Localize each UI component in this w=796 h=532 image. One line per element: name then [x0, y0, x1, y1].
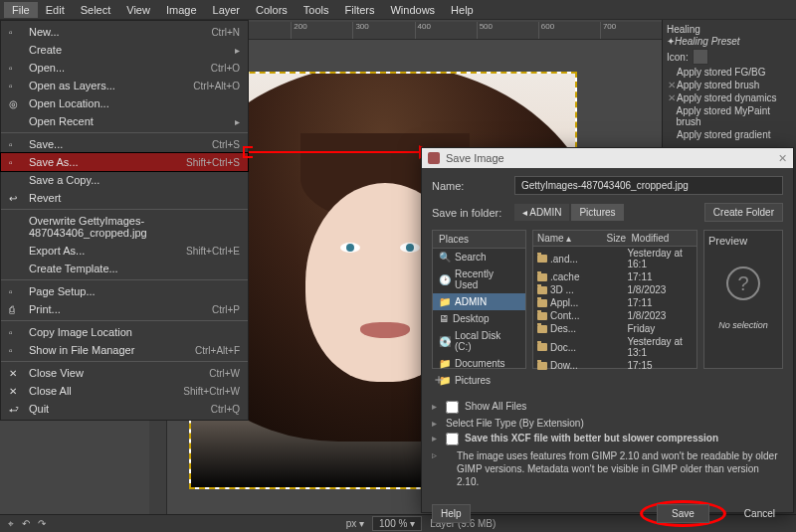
- place-search[interactable]: 🔍Search: [433, 249, 525, 266]
- file-row[interactable]: Cont...1/8/2023: [533, 309, 696, 322]
- expand-icon[interactable]: ▸: [432, 433, 440, 443]
- annotation-arrow: [249, 151, 426, 153]
- option-row[interactable]: ✕Apply stored dynamics: [667, 91, 792, 104]
- menuitem-save[interactable]: ▫Save...Ctrl+S: [1, 135, 248, 153]
- menuitem-quit[interactable]: ⮐QuitCtrl+Q: [1, 400, 248, 418]
- menu-colors[interactable]: Colors: [248, 2, 296, 18]
- no-selection-label: No selection: [718, 320, 768, 330]
- file-menu: ▫New...Ctrl+NCreate▸▫Open...Ctrl+O▫Open …: [0, 20, 249, 421]
- menuitem-open-location[interactable]: ◎Open Location...: [1, 94, 248, 112]
- place-pictures[interactable]: 📁Pictures: [433, 372, 525, 389]
- help-button[interactable]: Help: [432, 504, 471, 523]
- place-admin[interactable]: 📁ADMIN: [433, 293, 525, 310]
- menuitem-print[interactable]: ⎙Print...Ctrl+P: [1, 300, 248, 318]
- menuitem-export-as[interactable]: Export As...Shift+Ctrl+E: [1, 242, 248, 260]
- show-all-checkbox[interactable]: [446, 401, 459, 414]
- menuitem-copy-image-location[interactable]: ▫Copy Image Location: [1, 323, 248, 341]
- menuitem-open-recent[interactable]: Open Recent▸: [1, 112, 248, 130]
- menu-select[interactable]: Select: [73, 2, 119, 18]
- pointer-icon: ⌖: [8, 518, 14, 530]
- menu-layer[interactable]: Layer: [205, 2, 249, 18]
- menuitem-new[interactable]: ▫New...Ctrl+N: [1, 23, 248, 41]
- menuitem-close-all[interactable]: ✕Close AllShift+Ctrl+W: [1, 382, 248, 400]
- file-row[interactable]: Des...Friday: [533, 322, 696, 335]
- icon-label: Icon:: [667, 52, 689, 63]
- icon-swatch[interactable]: [693, 49, 708, 65]
- menuitem-show-in-file-manager[interactable]: ▫Show in File ManagerCtrl+Alt+F: [1, 341, 248, 359]
- menu-filters[interactable]: Filters: [337, 2, 383, 18]
- menu-help[interactable]: Help: [443, 2, 482, 18]
- menuitem-revert[interactable]: ↩Revert: [1, 189, 248, 207]
- add-place-button[interactable]: ＋: [432, 371, 446, 389]
- undo-icon[interactable]: ↶: [22, 518, 30, 529]
- unit-selector[interactable]: px ▾: [346, 518, 364, 529]
- file-row[interactable]: .and...Yesterday at 16:1: [533, 247, 696, 270]
- place-recently-used[interactable]: 🕑Recently Used: [433, 266, 525, 293]
- menuitem-close-view[interactable]: ✕Close ViewCtrl+W: [1, 364, 248, 382]
- remove-place-button[interactable]: －: [452, 371, 466, 389]
- zoom-selector[interactable]: 100 % ▾: [372, 516, 422, 531]
- breadcrumb[interactable]: ◂ ADMINPictures: [514, 204, 624, 221]
- col-size[interactable]: Size: [603, 231, 628, 246]
- create-folder-button[interactable]: Create Folder: [704, 203, 783, 222]
- wand-icon: ✦: [667, 36, 675, 47]
- annotation-circle: Save: [640, 500, 726, 527]
- file-row[interactable]: Dow...17:15: [533, 359, 696, 372]
- folder-label: Save in folder:: [432, 207, 506, 219]
- file-row[interactable]: Doc...Yesterday at 13:1: [533, 335, 696, 359]
- xcf-compression-checkbox[interactable]: [446, 433, 459, 445]
- option-row[interactable]: ✕Apply stored brush: [667, 79, 792, 91]
- save-button[interactable]: Save: [657, 504, 709, 523]
- menuitem-page-setup[interactable]: ▫Page Setup...: [1, 282, 248, 300]
- option-row[interactable]: Apply stored gradient: [667, 128, 792, 141]
- xcf-option-label: Save this XCF file with better but slowe…: [465, 433, 718, 443]
- menu-tools[interactable]: Tools: [296, 2, 337, 18]
- menuitem-open-as-layers[interactable]: ▫Open as Layers...Ctrl+Alt+O: [1, 77, 248, 94]
- preset-label: Healing Preset: [675, 36, 740, 47]
- menuitem-create-template[interactable]: Create Template...: [1, 260, 248, 277]
- menuitem-create[interactable]: Create▸: [1, 41, 248, 59]
- show-all-label: Show All Files: [465, 401, 526, 412]
- menu-edit[interactable]: Edit: [38, 2, 73, 18]
- save-image-dialog: Save Image ✕ Name: Save in folder: ◂ ADM…: [421, 147, 794, 513]
- panel-title: Healing: [667, 24, 792, 35]
- menu-bar: FileEditSelectViewImageLayerColorsToolsF…: [0, 0, 796, 20]
- menuitem-save-a-copy[interactable]: Save a Copy...: [1, 171, 248, 189]
- col-modified[interactable]: Modified: [628, 231, 697, 246]
- close-icon[interactable]: ✕: [778, 152, 787, 165]
- dialog-titlebar[interactable]: Save Image ✕: [422, 148, 793, 168]
- file-row[interactable]: Appl...17:11: [533, 296, 696, 309]
- compat-note: The image uses features from GIMP 2.10 a…: [457, 449, 783, 488]
- menuitem-overwrite-gettyimages-cropped-jpg[interactable]: Overwrite GettyImages-487043406_cropped.…: [1, 212, 248, 242]
- menu-view[interactable]: View: [118, 2, 158, 18]
- crumb-segment[interactable]: Pictures: [571, 204, 623, 221]
- menu-windows[interactable]: Windows: [382, 2, 443, 18]
- expand-icon[interactable]: ▸: [432, 418, 440, 429]
- app-icon: [428, 152, 440, 164]
- place-local-disk-c-[interactable]: 💽Local Disk (C:): [433, 327, 525, 355]
- file-row[interactable]: 3D ...1/8/2023: [533, 283, 696, 296]
- place-desktop[interactable]: 🖥Desktop: [433, 310, 525, 327]
- places-panel: Places 🔍Search🕑Recently Used📁ADMIN🖥Deskt…: [432, 230, 526, 369]
- menu-image[interactable]: Image: [158, 2, 205, 18]
- question-icon: ?: [726, 266, 760, 300]
- places-header: Places: [433, 231, 525, 249]
- redo-icon[interactable]: ↷: [38, 518, 46, 529]
- select-filetype-label[interactable]: Select File Type (By Extension): [446, 418, 584, 429]
- crumb-segment[interactable]: ◂ ADMIN: [514, 204, 569, 221]
- menuitem-save-as[interactable]: ▫Save As...Shift+Ctrl+S: [1, 153, 248, 171]
- name-label: Name:: [432, 180, 506, 192]
- option-row[interactable]: Apply stored MyPaint brush: [667, 104, 792, 128]
- menuitem-open[interactable]: ▫Open...Ctrl+O: [1, 59, 248, 77]
- menu-file[interactable]: File: [4, 2, 38, 18]
- preview-label: Preview: [708, 235, 747, 247]
- expand-icon[interactable]: ▸: [432, 401, 440, 412]
- cancel-button[interactable]: Cancel: [736, 505, 783, 522]
- place-documents[interactable]: 📁Documents: [433, 355, 525, 372]
- file-row[interactable]: .cache17:11: [533, 270, 696, 283]
- file-list: Name ▴ Size Modified .and...Yesterday at…: [532, 230, 697, 369]
- preview-panel: Preview ? No selection: [703, 230, 783, 369]
- filename-input[interactable]: [514, 176, 783, 195]
- option-row[interactable]: Apply stored FG/BG: [667, 66, 792, 79]
- col-name[interactable]: Name ▴: [533, 231, 603, 246]
